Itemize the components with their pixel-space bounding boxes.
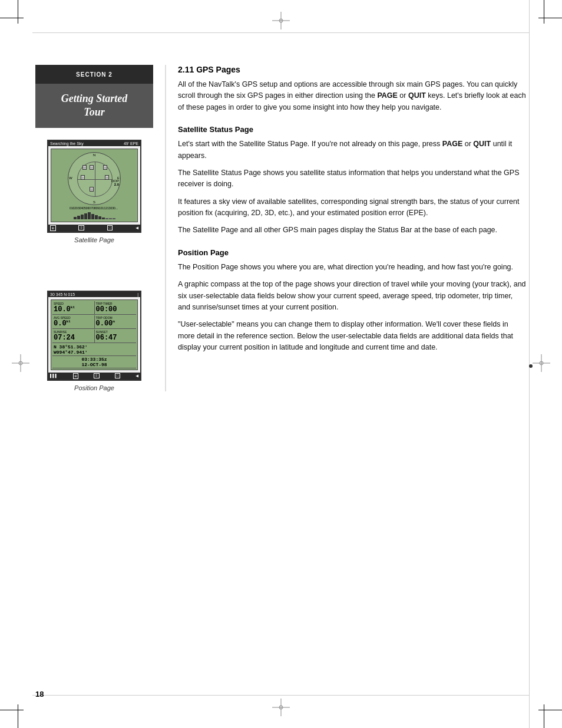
crop-mark-tl-v	[18, 0, 18, 24]
crop-mark-tl-h	[0, 18, 24, 18]
section-label-box: SECTION 2	[35, 65, 153, 84]
crosshair-top	[272, 12, 290, 29]
section-heading: 2.11 GPS Pages	[178, 65, 527, 74]
crosshair-left	[12, 354, 29, 374]
pos-screen: SPEED 10.0kt TRIP TIMER 00:00 AVG SPE	[51, 299, 138, 370]
pos-arrow: |	[137, 292, 138, 297]
crop-mark-tr-h	[538, 18, 562, 18]
position-page-image: 30 345 N 015 | SPEED 10.0kt TRIP TIMER	[35, 291, 153, 391]
crop-mark-tr-v	[544, 0, 544, 24]
intro-text: All of the NavTalk's GPS setup and optio…	[178, 79, 527, 113]
gps-screen-title: Searching the Sky	[50, 141, 84, 146]
gps-title-bar: Searching the Sky 49' EPE	[48, 141, 140, 146]
satellite-page-image: Searching the Sky 49' EPE N S W E	[35, 140, 153, 243]
pos-heading-row: 30 345 N 015	[50, 292, 75, 297]
satellite-device: Searching the Sky 49' EPE N S W E	[47, 140, 141, 233]
section-label: SECTION 2	[76, 71, 113, 78]
bottom-border-line	[32, 695, 530, 696]
position-para-2: A graphic compass at the top of the page…	[178, 279, 527, 313]
position-para-1: The Position Page shows you where you ar…	[178, 262, 527, 273]
pos-date: 12-OCT-98	[54, 362, 135, 367]
gps-satellite-screen: N S W E □	[51, 149, 138, 222]
pos-status-bar: ▌▌▌ ⊞ ≡ □ ◀	[48, 373, 140, 380]
section-title-box: Getting StartedTour	[35, 84, 153, 128]
position-device: 30 345 N 015 | SPEED 10.0kt TRIP TIMER	[47, 291, 141, 381]
satellite-para-3: It features a sky view of available sate…	[178, 196, 527, 219]
page-number: 18	[35, 690, 44, 699]
left-column: SECTION 2 Getting StartedTour Searching …	[35, 65, 165, 391]
position-page-caption: Position Page	[74, 384, 114, 391]
crop-mark-br-v	[544, 704, 544, 728]
satellite-page-caption: Satellite Page	[74, 236, 114, 243]
position-page-heading: Position Page	[178, 248, 527, 257]
pos-lon: W094°47.941'	[54, 350, 135, 355]
crosshair-bottom	[272, 699, 290, 716]
satellite-para-4: The Satellite Page and all other GPS mai…	[178, 225, 527, 236]
section-title: Getting StartedTour	[61, 93, 128, 118]
crosshair-right	[533, 354, 550, 374]
right-column: 2.11 GPS Pages All of the NavTalk's GPS …	[165, 65, 527, 391]
top-border-line	[32, 32, 530, 33]
pos-time: 03:33:35z	[54, 357, 135, 362]
gps-epe-value: 49' EPE	[124, 141, 138, 146]
crop-mark-bl-h	[0, 710, 24, 710]
position-para-3: "User-selectable" means you can change t…	[178, 319, 527, 353]
pos-lat: N 38°51.362'	[54, 344, 135, 350]
satellite-status-heading: Satellite Status Page	[178, 125, 527, 134]
satellite-para-2: The Satellite Status Page shows you sate…	[178, 167, 527, 190]
satellite-para-1: Let's start with the Satellite Status Pa…	[178, 139, 527, 162]
crop-mark-bl-v	[18, 704, 18, 728]
gps-status-bar: ⊞ ≡ □ ◀	[48, 225, 140, 232]
pos-title-bar: 30 345 N 015 |	[48, 292, 140, 297]
crop-mark-br-h	[538, 710, 562, 710]
